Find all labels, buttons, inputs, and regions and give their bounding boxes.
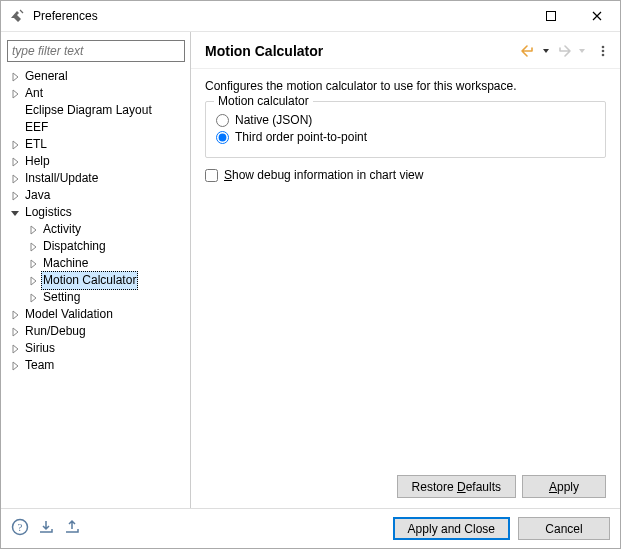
radio-third-order[interactable]: Third order point-to-point	[216, 130, 595, 144]
expand-icon[interactable]	[9, 88, 21, 100]
forward-menu[interactable]	[576, 42, 588, 60]
dialog-footer: ? Apply and Close Cancel	[1, 508, 620, 548]
tree-item[interactable]: Eclipse Diagram Layout	[9, 102, 186, 119]
svg-text:?: ?	[18, 521, 23, 533]
tree-item-label: Sirius	[23, 340, 57, 357]
chevron-down-icon	[578, 44, 586, 58]
tree-item[interactable]: Model Validation	[9, 306, 186, 323]
tree-item[interactable]: Help	[9, 153, 186, 170]
tree-item[interactable]: Motion Calculator	[9, 272, 186, 289]
expand-icon[interactable]	[9, 309, 21, 321]
collapse-icon[interactable]	[9, 207, 21, 219]
page-menu[interactable]	[596, 42, 610, 60]
tree-item-label: ETL	[23, 136, 49, 153]
group-legend: Motion calculator	[214, 94, 313, 108]
expand-icon[interactable]	[9, 173, 21, 185]
app-icon	[9, 8, 25, 24]
tree-item[interactable]: Ant	[9, 85, 186, 102]
close-icon	[592, 11, 602, 21]
radio-third-order-label: Third order point-to-point	[235, 130, 367, 144]
close-button[interactable]	[574, 1, 620, 32]
expand-icon[interactable]	[9, 343, 21, 355]
preference-page: Motion Calculator	[191, 32, 620, 508]
tree-item-label: Motion Calculator	[41, 271, 138, 290]
svg-point-3	[602, 54, 605, 57]
maximize-button[interactable]	[528, 1, 574, 32]
panel-buttons: Restore Defaults Apply	[191, 467, 620, 508]
radio-native[interactable]: Native (JSON)	[216, 113, 595, 127]
expand-icon[interactable]	[9, 326, 21, 338]
expand-icon[interactable]	[9, 360, 21, 372]
help-button[interactable]: ?	[11, 518, 29, 539]
help-icon: ?	[11, 518, 29, 536]
tree-item-label: Ant	[23, 85, 45, 102]
import-icon	[37, 518, 55, 536]
svg-point-1	[602, 46, 605, 49]
window-title: Preferences	[33, 9, 98, 23]
restore-defaults-button[interactable]: Restore Defaults	[397, 475, 516, 498]
arrow-left-icon	[520, 44, 536, 58]
svg-point-2	[602, 50, 605, 53]
cancel-button[interactable]: Cancel	[518, 517, 610, 540]
back-menu[interactable]	[540, 42, 552, 60]
tree-item-label: Team	[23, 357, 56, 374]
svg-rect-0	[547, 12, 556, 21]
chevron-down-icon	[542, 44, 550, 58]
tree-item[interactable]: Run/Debug	[9, 323, 186, 340]
forward-button[interactable]	[554, 42, 574, 60]
radio-native-input[interactable]	[216, 114, 229, 127]
tree-item[interactable]: Java	[9, 187, 186, 204]
expand-icon[interactable]	[9, 139, 21, 151]
apply-button[interactable]: Apply	[522, 475, 606, 498]
page-content: Configures the motion calculator to use …	[191, 68, 620, 467]
tree-item[interactable]: Logistics	[9, 204, 186, 221]
tree-item[interactable]: Machine	[9, 255, 186, 272]
show-debug-checkbox[interactable]: Show debug information in chart view	[205, 168, 606, 182]
nav-icons	[518, 42, 610, 60]
sidebar: GeneralAntEclipse Diagram LayoutEEFETLHe…	[1, 32, 191, 508]
tree-item-label: Setting	[41, 289, 82, 306]
expand-icon[interactable]	[27, 241, 39, 253]
tree-item-label: Java	[23, 187, 52, 204]
tree-item[interactable]: General	[9, 68, 186, 85]
mnemonic: D	[457, 480, 466, 494]
apply-and-close-button[interactable]: Apply and Close	[393, 517, 510, 540]
tree-item[interactable]: EEF	[9, 119, 186, 136]
show-debug-label: Show debug information in chart view	[224, 168, 423, 182]
expand-icon[interactable]	[9, 190, 21, 202]
tree-item[interactable]: ETL	[9, 136, 186, 153]
radio-native-label: Native (JSON)	[235, 113, 312, 127]
page-description: Configures the motion calculator to use …	[205, 79, 606, 93]
status-icons: ?	[11, 518, 81, 539]
tree-item-label: Model Validation	[23, 306, 115, 323]
tree-item[interactable]: Team	[9, 357, 186, 374]
tree-item-label: Eclipse Diagram Layout	[23, 102, 154, 119]
preferences-tree[interactable]: GeneralAntEclipse Diagram LayoutEEFETLHe…	[5, 68, 186, 504]
show-debug-checkbox-input[interactable]	[205, 169, 218, 182]
tree-item-label: Activity	[41, 221, 83, 238]
motion-calculator-group: Motion calculator Native (JSON) Third or…	[205, 101, 606, 158]
expand-icon[interactable]	[27, 258, 39, 270]
export-icon	[63, 518, 81, 536]
apply-label: Apply	[549, 480, 579, 494]
expand-icon[interactable]	[27, 275, 39, 287]
tree-item-label: Help	[23, 153, 52, 170]
tree-item[interactable]: Install/Update	[9, 170, 186, 187]
filter-input[interactable]	[7, 40, 185, 62]
mnemonic: S	[224, 168, 232, 182]
export-button[interactable]	[63, 518, 81, 539]
tree-item[interactable]: Dispatching	[9, 238, 186, 255]
expand-icon[interactable]	[9, 71, 21, 83]
tree-item-label: Dispatching	[41, 238, 108, 255]
tree-item[interactable]: Setting	[9, 289, 186, 306]
import-button[interactable]	[37, 518, 55, 539]
expand-icon[interactable]	[27, 224, 39, 236]
body: GeneralAntEclipse Diagram LayoutEEFETLHe…	[1, 32, 620, 508]
expand-icon[interactable]	[9, 156, 21, 168]
radio-third-order-input[interactable]	[216, 131, 229, 144]
back-button[interactable]	[518, 42, 538, 60]
expand-icon[interactable]	[27, 292, 39, 304]
tree-item[interactable]: Activity	[9, 221, 186, 238]
tree-item-label: Logistics	[23, 204, 74, 221]
tree-item[interactable]: Sirius	[9, 340, 186, 357]
